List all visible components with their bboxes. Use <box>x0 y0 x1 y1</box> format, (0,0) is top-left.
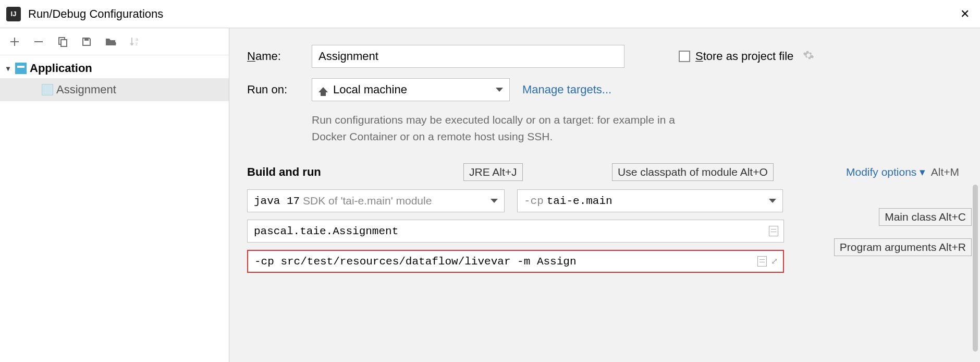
chevron-down-icon <box>491 199 498 203</box>
chevron-down-icon: ▾ <box>6 64 10 73</box>
document-icon[interactable] <box>757 256 767 267</box>
jdk-select[interactable]: java 17 SDK of 'tai-e.main' module <box>247 189 505 212</box>
remove-button[interactable] <box>32 35 45 48</box>
program-args-value: -cp src/test/resources/dataflow/livevar … <box>254 256 577 268</box>
main-class-value: pascal.taie.Assignment <box>254 225 398 237</box>
tree-item-assignment[interactable]: Assignment <box>0 78 229 101</box>
jdk-prefix: java 17 <box>254 195 300 207</box>
args-tooltip: Program arguments Alt+R <box>834 238 972 256</box>
modify-options-link[interactable]: Modify options ▾ Alt+M <box>846 166 959 178</box>
svg-text:+: + <box>114 40 116 47</box>
manage-targets-link[interactable]: Manage targets... <box>522 83 611 96</box>
classpath-select[interactable]: -cp tai-e.main <box>517 189 783 212</box>
mainclass-tooltip: Main class Alt+C <box>879 208 972 226</box>
cp-value: tai-e.main <box>547 195 612 207</box>
tree-group-application[interactable]: ▾ Application <box>0 58 229 78</box>
config-tree: ▾ Application Assignment <box>0 55 229 101</box>
window-title: Run/Debug Configurations <box>28 7 163 21</box>
chevron-down-icon <box>496 88 503 92</box>
program-args-input[interactable]: -cp src/test/resources/dataflow/livevar … <box>247 250 784 273</box>
save-button[interactable] <box>80 35 93 48</box>
svg-rect-2 <box>84 38 89 41</box>
main-panel: Name: Store as project file Run on: Loca… <box>229 28 980 362</box>
intellij-icon: IJ <box>6 7 21 21</box>
tree-item-label: Assignment <box>56 83 116 96</box>
config-icon <box>42 84 53 95</box>
gear-icon[interactable] <box>803 50 814 64</box>
svg-text:z: z <box>136 41 138 46</box>
run-on-select[interactable]: Local machine <box>312 78 510 101</box>
run-on-value: Local machine <box>333 83 407 96</box>
jre-tooltip: JRE Alt+J <box>463 163 523 181</box>
run-on-label: Run on: <box>247 83 299 96</box>
main-class-input[interactable]: pascal.taie.Assignment <box>247 220 784 243</box>
name-label: Name: <box>247 50 299 63</box>
store-checkbox[interactable] <box>679 51 690 62</box>
home-icon <box>318 87 328 92</box>
document-icon[interactable] <box>769 226 778 236</box>
sidebar-toolbar: + az <box>0 28 229 55</box>
store-label: Store as project file <box>695 50 793 63</box>
cp-prefix: -cp <box>524 195 544 207</box>
expand-icon[interactable]: ⤢ <box>771 256 778 267</box>
titlebar: IJ Run/Debug Configurations ✕ <box>0 0 980 28</box>
copy-button[interactable] <box>56 35 69 48</box>
folder-button[interactable]: + <box>104 35 117 48</box>
name-input[interactable] <box>312 45 624 68</box>
sidebar: + az ▾ Application Assignment <box>0 28 229 362</box>
build-section-title: Build and run <box>247 165 321 179</box>
add-button[interactable] <box>8 35 21 48</box>
tree-group-label: Application <box>30 62 92 75</box>
jdk-suffix: SDK of 'tai-e.main' module <box>303 195 432 207</box>
close-icon[interactable]: ✕ <box>956 7 974 21</box>
classpath-tooltip: Use classpath of module Alt+O <box>612 163 774 181</box>
chevron-down-icon <box>769 199 776 203</box>
scrollbar[interactable] <box>973 185 978 352</box>
application-group-icon <box>15 63 27 74</box>
svg-rect-1 <box>61 40 67 46</box>
run-on-hint: Run configurations may be executed local… <box>312 112 687 144</box>
sort-button[interactable]: az <box>128 35 141 48</box>
